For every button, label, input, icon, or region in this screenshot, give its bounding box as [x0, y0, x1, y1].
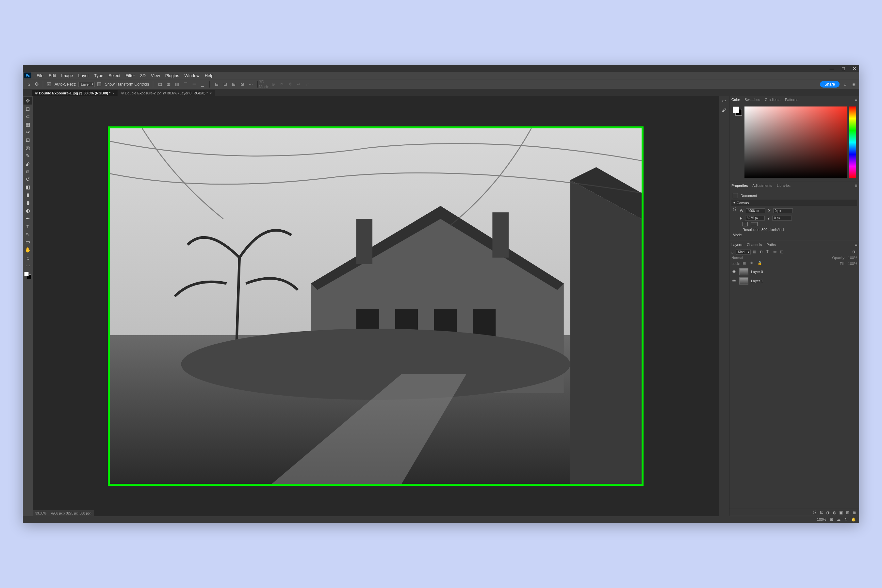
distribute-v-icon[interactable]: ⊡ [222, 81, 228, 87]
align-left-icon[interactable]: ▤ [157, 81, 163, 87]
menu-image[interactable]: Image [58, 72, 75, 79]
canvas[interactable] [108, 126, 644, 486]
filter-toggle-icon[interactable]: ◑ [852, 250, 857, 255]
tab-swatches[interactable]: Swatches [744, 98, 760, 102]
y-field[interactable]: 0 px [772, 216, 792, 220]
menu-filter[interactable]: Filter [123, 72, 138, 79]
color-swatch[interactable] [24, 272, 32, 279]
search-icon[interactable]: ⌕ [842, 81, 848, 87]
auto-select-checkbox[interactable] [47, 82, 51, 86]
stamp-tool-icon[interactable]: ⧈ [24, 168, 32, 175]
dodge-tool-icon[interactable]: ◐ [24, 207, 32, 214]
lock-all-icon[interactable]: 🔒 [758, 261, 762, 266]
menu-window[interactable]: Window [182, 72, 202, 79]
type-tool-icon[interactable]: T [24, 223, 32, 230]
color-picker[interactable] [744, 106, 856, 178]
tab-channels[interactable]: Channels [747, 243, 762, 247]
eraser-tool-icon[interactable]: ◧ [24, 184, 32, 191]
lasso-tool-icon[interactable]: ⊂ [24, 113, 32, 120]
layer-row[interactable]: 👁 Layer 1 [731, 276, 857, 285]
layer-mask-icon[interactable]: ◑ [826, 510, 830, 515]
tab-properties[interactable]: Properties [731, 184, 748, 188]
opacity-value[interactable]: 100% [848, 256, 857, 260]
link-icon[interactable]: ⛓ [733, 207, 737, 214]
lock-pixels-icon[interactable]: ▦ [742, 261, 747, 266]
edit-toolbar-icon[interactable]: ⋯ [24, 262, 32, 269]
healing-tool-icon[interactable]: ✎ [24, 152, 32, 159]
brush-tool-icon[interactable]: 🖌 [24, 160, 32, 167]
close-button[interactable]: ✕ [853, 66, 856, 71]
menu-3d[interactable]: 3D [138, 72, 148, 79]
color-swatch[interactable] [733, 106, 742, 116]
shape-tool-icon[interactable]: ▭ [24, 238, 32, 246]
filter-kind-dropdown[interactable]: Kind [736, 250, 751, 255]
align-right-icon[interactable]: ▥ [174, 81, 180, 87]
adjustment-layer-icon[interactable]: ◐ [832, 510, 836, 515]
panel-menu-icon[interactable]: ≡ [855, 242, 857, 247]
align-center-icon[interactable]: ▦ [166, 81, 171, 87]
filter-smart-icon[interactable]: ◫ [780, 250, 785, 255]
auto-select-dropdown[interactable]: Layer [78, 82, 95, 87]
frame-tool-icon[interactable]: ⊡ [24, 136, 32, 144]
zoom-indicator[interactable]: 100% [817, 518, 826, 521]
menu-view[interactable]: View [148, 72, 163, 79]
menu-plugins[interactable]: Plugins [163, 72, 182, 79]
search-icon[interactable]: ⌕ [731, 250, 734, 254]
distribute-v2-icon[interactable]: ⊠ [239, 81, 245, 87]
path-tool-icon[interactable]: ↖ [24, 231, 32, 238]
move-tool-icon[interactable]: ✥ [34, 81, 39, 87]
doc-tab-2[interactable]: © Double Exposure-2.jpg @ 38.6% (Layer 0… [118, 90, 215, 96]
filter-type-icon[interactable]: T [766, 250, 771, 255]
filter-shape-icon[interactable]: ▭ [773, 250, 778, 255]
hand-tool-icon[interactable]: ✋ [24, 246, 32, 254]
marquee-tool-icon[interactable]: ◻ [24, 105, 32, 112]
delete-icon[interactable]: 🗑 [853, 510, 856, 515]
menu-select[interactable]: Select [106, 72, 123, 79]
canvas-area[interactable]: 33.33% 4906 px x 3275 px (300 ppi) [33, 96, 718, 516]
new-layer-icon[interactable]: ⊞ [846, 510, 849, 515]
portrait-icon[interactable] [742, 222, 748, 226]
show-transform-checkbox[interactable] [98, 82, 101, 86]
tab-libraries[interactable]: Libraries [777, 184, 790, 188]
menu-type[interactable]: Type [92, 72, 106, 79]
distribute-h2-icon[interactable]: ⊞ [231, 81, 237, 87]
menu-layer[interactable]: Layer [76, 72, 92, 79]
fill-value[interactable]: 100% [848, 262, 857, 266]
tab-gradients[interactable]: Gradients [765, 98, 780, 102]
blur-tool-icon[interactable]: ⬮ [24, 199, 32, 207]
maximize-button[interactable]: □ [842, 66, 845, 71]
blend-mode-dropdown[interactable]: Normal [731, 256, 743, 260]
panel-menu-icon[interactable]: ≡ [855, 183, 857, 188]
visibility-icon[interactable]: 👁 [732, 270, 736, 274]
canvas-section-header[interactable]: ▾ Canvas [731, 200, 857, 206]
tab-patterns[interactable]: Patterns [785, 98, 798, 102]
more-align-icon[interactable]: ⋯ [248, 81, 254, 87]
visibility-icon[interactable]: 👁 [732, 279, 736, 284]
close-icon[interactable]: × [112, 92, 114, 95]
filter-pixel-icon[interactable]: ▦ [753, 250, 758, 255]
menu-file[interactable]: File [34, 72, 46, 79]
doc-info[interactable]: 4906 px x 3275 px (300 ppi) [51, 512, 92, 515]
tab-paths[interactable]: Paths [766, 243, 776, 247]
minimize-button[interactable]: — [830, 66, 834, 71]
x-field[interactable]: 0 px [773, 208, 793, 213]
cloud-icon[interactable]: ☁ [837, 518, 840, 522]
doc-tab-1[interactable]: © Double Exposure-1.jpg @ 33.3% (RGB/8) … [32, 90, 118, 96]
brush-settings-icon[interactable]: 🖌 [722, 107, 726, 113]
eyedropper-tool-icon[interactable]: ⦿ [24, 144, 32, 152]
sync-icon[interactable]: ↻ [844, 518, 848, 522]
workspace-icon[interactable]: ▣ [850, 81, 856, 87]
hue-slider[interactable] [849, 106, 856, 178]
home-icon[interactable]: ⌂ [26, 81, 32, 87]
landscape-icon[interactable] [751, 222, 758, 226]
layer-thumbnail[interactable] [739, 268, 748, 275]
lock-position-icon[interactable]: ✥ [750, 261, 755, 266]
layer-name[interactable]: Layer 1 [751, 279, 763, 283]
tab-adjustments[interactable]: Adjustments [752, 184, 772, 188]
menu-help[interactable]: Help [202, 72, 216, 79]
layer-thumbnail[interactable] [739, 278, 748, 285]
move-tool-icon[interactable]: ✥ [24, 98, 32, 105]
menu-edit[interactable]: Edit [46, 72, 58, 79]
gpu-icon[interactable]: ⊞ [830, 518, 833, 522]
layer-row[interactable]: 👁 Layer 0 [731, 267, 857, 276]
